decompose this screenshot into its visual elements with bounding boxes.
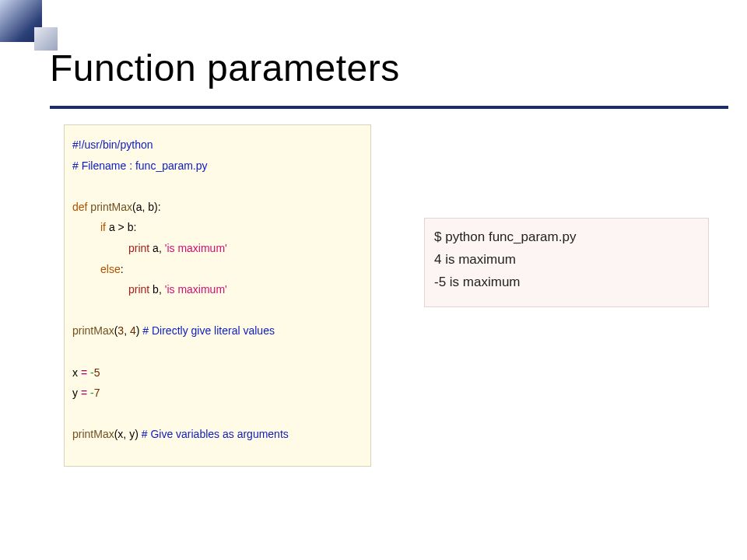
print-a-line: print a, 'is maximum' bbox=[72, 238, 363, 259]
print-keyword: print bbox=[128, 242, 149, 254]
output-line-3: -5 is maximum bbox=[434, 271, 699, 294]
call1-func: printMax bbox=[72, 324, 114, 337]
slide: Function parameters #!/usr/bin/python # … bbox=[0, 0, 747, 560]
param-b: b bbox=[148, 201, 154, 213]
paren-close-colon: ): bbox=[154, 201, 161, 213]
if-line: if a > b: bbox=[72, 217, 363, 238]
x-val: 5 bbox=[94, 366, 100, 379]
print-a-arg: a, bbox=[149, 242, 164, 254]
call2-comment: # Give variables as arguments bbox=[139, 428, 289, 440]
def-keyword: def bbox=[72, 201, 87, 213]
print-b-line: print b, 'is maximum' bbox=[72, 279, 363, 300]
def-line: def printMax(a, b): bbox=[72, 197, 363, 218]
blank-line-3 bbox=[72, 341, 363, 362]
func-name: printMax bbox=[90, 201, 132, 213]
call2-line: printMax(x, y) # Give variables as argum… bbox=[72, 424, 363, 445]
x-var: x bbox=[72, 366, 78, 379]
call2-comma: , bbox=[123, 428, 129, 440]
else-line: else: bbox=[72, 259, 363, 280]
print-keyword-2: print bbox=[128, 283, 149, 296]
output-box: $ python func_param.py 4 is maximum -5 i… bbox=[424, 218, 709, 307]
param-a: a bbox=[136, 201, 142, 213]
call1-line: printMax(3, 4) # Directly give literal v… bbox=[72, 320, 363, 341]
string-is-maximum: 'is maximum' bbox=[165, 242, 227, 254]
title-underline bbox=[50, 106, 728, 109]
filename-comment: # Filename : func_param.py bbox=[72, 159, 208, 172]
else-keyword: else bbox=[100, 263, 121, 275]
string-is-maximum-2: 'is maximum' bbox=[165, 283, 227, 296]
print-b-arg: b, bbox=[149, 283, 164, 296]
slide-title: Function parameters bbox=[50, 47, 400, 89]
call1-arg2: 4 bbox=[130, 324, 136, 337]
shebang-line: #!/usr/bin/python bbox=[72, 138, 153, 151]
source-code-box: #!/usr/bin/python # Filename : func_para… bbox=[64, 124, 371, 467]
output-line-1: $ python func_param.py bbox=[434, 226, 699, 249]
call1-arg1: 3 bbox=[117, 324, 124, 337]
blank-line-4 bbox=[72, 404, 363, 425]
if-condition: a > b: bbox=[106, 221, 136, 233]
blank-line bbox=[72, 176, 363, 197]
x-assign-line: x = -5 bbox=[72, 362, 363, 383]
blank-line-2 bbox=[72, 300, 363, 321]
call1-comment: # Directly give literal values bbox=[139, 324, 275, 337]
call1-comma: , bbox=[124, 324, 130, 337]
output-line-2: 4 is maximum bbox=[434, 249, 699, 271]
x-eq: = bbox=[78, 366, 90, 379]
else-colon: : bbox=[121, 263, 124, 275]
y-var: y bbox=[72, 387, 78, 399]
y-val: 7 bbox=[94, 387, 100, 399]
y-assign-line: y = -7 bbox=[72, 383, 363, 404]
if-keyword: if bbox=[100, 221, 106, 233]
y-eq: = bbox=[78, 387, 90, 399]
call2-func: printMax bbox=[72, 428, 114, 440]
